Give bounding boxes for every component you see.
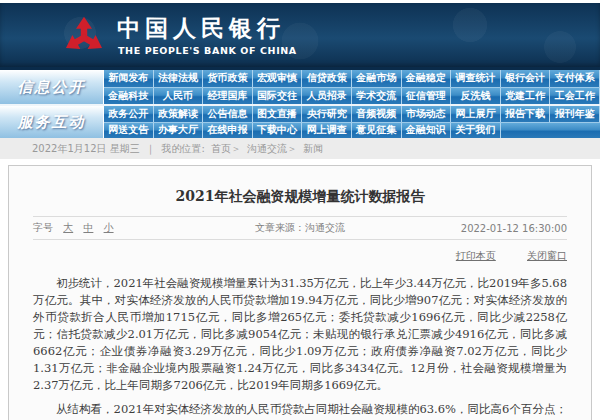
article-title: 2021年社会融资规模增量统计数据报告 bbox=[33, 188, 567, 206]
nav-item[interactable]: 下载中心 bbox=[253, 123, 303, 139]
nav-band-service-interaction: 服务互动 政务公开政策解读公告信息图文直播央行研究音频视频市场动态网上展厅报告下… bbox=[0, 104, 600, 138]
nav-item[interactable]: 报告下载 bbox=[501, 106, 551, 122]
nav-item[interactable]: 金融知识 bbox=[402, 123, 452, 139]
breadcrumb-pipe: ｜ bbox=[146, 142, 156, 156]
article-paragraph-1: 初步统计，2021年社会融资规模增量累计为31.35万亿元，比上年少3.44万亿… bbox=[33, 275, 567, 394]
bank-name-cn: 中国人民银行 bbox=[117, 13, 285, 44]
nav-item[interactable]: 网上调查 bbox=[302, 123, 352, 139]
breadcrumb: 2022年1月12日 星期三 ｜ 我的位置: 首页 ＞ 沟通交流 ＞ 新闻 bbox=[0, 138, 600, 159]
nav-item[interactable]: 人员招录 bbox=[302, 88, 352, 105]
font-size-label: 字号 bbox=[33, 222, 53, 233]
nav-item[interactable]: 报刊年鉴 bbox=[550, 106, 600, 122]
nav-item[interactable]: 图文直播 bbox=[253, 106, 303, 122]
breadcrumb-news-link[interactable]: 新闻 bbox=[303, 142, 323, 156]
nav-row: 政务公开政策解读公告信息图文直播央行研究音频视频市场动态网上展厅报告下载报刊年鉴 bbox=[104, 106, 600, 122]
nav-item[interactable]: 人民币 bbox=[154, 88, 204, 105]
font-size-small-button[interactable]: 小 bbox=[104, 222, 114, 233]
nav-item[interactable]: 在线申报 bbox=[203, 123, 253, 139]
font-size-medium-button[interactable]: 中 bbox=[83, 222, 93, 233]
pboc-logo-icon bbox=[60, 12, 108, 60]
print-page-button[interactable]: 打印本页 bbox=[456, 250, 496, 261]
font-size-large-button[interactable]: 大 bbox=[63, 222, 73, 233]
content-area: 2021年社会融资规模增量统计数据报告 字号 大 中 小 文章来源：沟通交流 2… bbox=[0, 159, 600, 420]
nav-row: 网送文告办事大厅在线申报下载中心网上调查意见征集金融知识关于我们 bbox=[104, 122, 600, 139]
nav-row: 金融科技人民币经理国库国际交往人员招录学术交流征信管理反洗钱党建工作工会工作 bbox=[104, 87, 600, 105]
nav-item[interactable]: 支付体系 bbox=[550, 70, 600, 87]
nav-item[interactable]: 货币政策 bbox=[203, 70, 253, 87]
bank-name-en: THE PEOPLE'S BANK OF CHINA bbox=[118, 45, 297, 56]
nav-item[interactable]: 金融稳定 bbox=[402, 70, 452, 87]
breadcrumb-communication-link[interactable]: 沟通交流 bbox=[247, 142, 287, 156]
nav-item[interactable]: 网上展厅 bbox=[451, 106, 501, 122]
nav-item[interactable]: 宏观审慎 bbox=[253, 70, 303, 87]
article-meta: 字号 大 中 小 文章来源：沟通交流 2022-01-12 16:30:00 bbox=[33, 217, 567, 239]
nav-item[interactable]: 政策解读 bbox=[154, 106, 204, 122]
article-source: 文章来源：沟通交流 bbox=[211, 221, 389, 235]
nav-section-service-interaction[interactable]: 服务互动 bbox=[0, 106, 104, 138]
nav-item[interactable]: 反洗钱 bbox=[451, 88, 501, 105]
nav-item[interactable]: 金融市场 bbox=[352, 70, 402, 87]
nav-item[interactable]: 关于我们 bbox=[451, 123, 501, 139]
nav-item[interactable]: 市场动态 bbox=[402, 106, 452, 122]
breadcrumb-separator: ＞ bbox=[287, 142, 297, 156]
banner: 中国人民银行 THE PEOPLE'S BANK OF CHINA bbox=[0, 3, 600, 67]
nav-item[interactable]: 学术交流 bbox=[352, 88, 402, 105]
nav-item[interactable]: 金融科技 bbox=[104, 88, 154, 105]
nav-item[interactable]: 政务公开 bbox=[104, 106, 154, 122]
nav-item[interactable]: 新闻发布 bbox=[104, 70, 154, 87]
nav-item[interactable]: 音频视频 bbox=[352, 106, 402, 122]
close-window-button[interactable]: 关闭窗口 bbox=[527, 250, 567, 261]
nav-item[interactable]: 调查统计 bbox=[451, 70, 501, 87]
breadcrumb-home-link[interactable]: 首页 bbox=[211, 142, 231, 156]
current-date: 2022年1月12日 星期三 bbox=[32, 142, 140, 156]
nav-band-information-disclosure: 信息公开 新闻发布法律法规货币政策宏观审慎信贷政策金融市场金融稳定调查统计银行会… bbox=[0, 70, 600, 104]
page-actions: 打印本页 关闭窗口 bbox=[33, 240, 567, 265]
breadcrumb-separator: ＞ bbox=[231, 142, 241, 156]
font-size-controls: 字号 大 中 小 bbox=[33, 221, 211, 235]
nav-row: 新闻发布法律法规货币政策宏观审慎信贷政策金融市场金融稳定调查统计银行会计支付体系 bbox=[104, 70, 600, 87]
nav-item[interactable]: 央行研究 bbox=[302, 106, 352, 122]
nav-item[interactable]: 征信管理 bbox=[402, 88, 452, 105]
nav-item[interactable]: 工会工作 bbox=[550, 88, 600, 105]
nav-item[interactable]: 党建工作 bbox=[501, 88, 551, 105]
nav-item[interactable]: 银行会计 bbox=[501, 70, 551, 87]
nav-item[interactable]: 法律法规 bbox=[154, 70, 204, 87]
article-datetime: 2022-01-12 16:30:00 bbox=[389, 223, 567, 234]
nav-item[interactable]: 办事大厅 bbox=[154, 123, 204, 139]
main-navigation: 信息公开 新闻发布法律法规货币政策宏观审慎信贷政策金融市场金融稳定调查统计银行会… bbox=[0, 67, 600, 138]
nav-item[interactable]: 意见征集 bbox=[352, 123, 402, 139]
article-body: 初步统计，2021年社会融资规模增量累计为31.35万亿元，比上年少3.44万亿… bbox=[33, 275, 567, 420]
nav-item[interactable]: 国际交往 bbox=[253, 88, 303, 105]
nav-section-information-disclosure[interactable]: 信息公开 bbox=[0, 70, 104, 104]
nav-item[interactable]: 公告信息 bbox=[203, 106, 253, 122]
nav-item[interactable]: 网送文告 bbox=[104, 123, 154, 139]
article-paragraph-2: 从结构看，2021年对实体经济发放的人民币贷款占同期社会融资规模的63.6%，同… bbox=[33, 401, 567, 420]
nav-item[interactable]: 经理国库 bbox=[203, 88, 253, 105]
nav-item[interactable]: 信贷政策 bbox=[302, 70, 352, 87]
article-box: 2021年社会融资规模增量统计数据报告 字号 大 中 小 文章来源：沟通交流 2… bbox=[8, 165, 592, 420]
breadcrumb-location-label: 我的位置: bbox=[162, 142, 205, 156]
